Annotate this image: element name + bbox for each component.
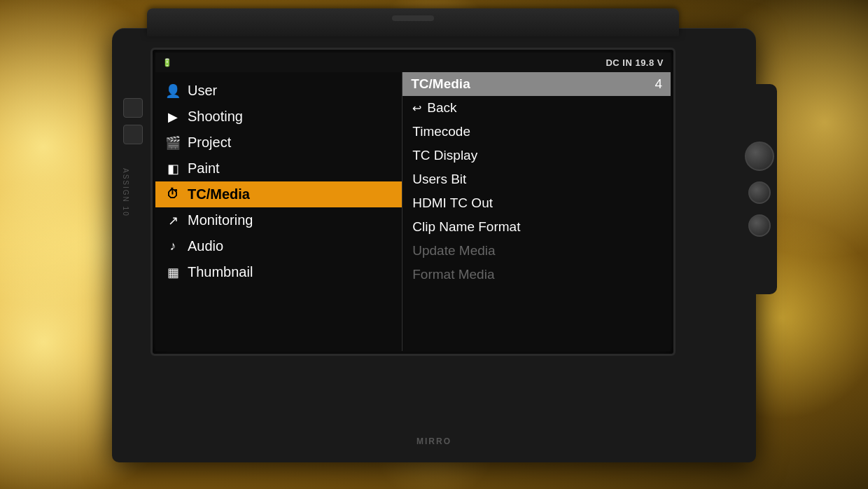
submenu-item-update-media[interactable]: Update Media xyxy=(402,239,671,263)
menu-item-project[interactable]: 🎬 Project xyxy=(155,130,402,156)
submenu-header-title: TC/Media xyxy=(411,76,470,92)
menu-item-thumbnail[interactable]: ▦ Thumbnail xyxy=(155,259,402,285)
submenu-item-clip-name-format-label: Clip Name Format xyxy=(412,219,520,235)
battery-icon: 🔋 xyxy=(162,58,172,67)
shooting-icon: ▶ xyxy=(165,109,181,125)
secondary-knob[interactable] xyxy=(748,181,771,204)
camera-bottom: MIRRO xyxy=(150,420,718,462)
user-icon: 👤 xyxy=(165,83,181,99)
submenu-item-tc-display-label: TC Display xyxy=(412,148,477,163)
menu-item-shooting-label: Shooting xyxy=(188,109,243,125)
left-control-btn-1[interactable] xyxy=(123,98,143,118)
menu-item-audio-label: Audio xyxy=(188,238,223,254)
left-control-btn-2[interactable] xyxy=(123,125,143,144)
paint-icon: ◧ xyxy=(165,161,181,177)
menu-item-monitoring-label: Monitoring xyxy=(188,212,253,228)
back-icon: ↩ xyxy=(412,102,421,115)
thumbnail-icon: ▦ xyxy=(165,265,181,280)
submenu-item-users-bit[interactable]: Users Bit xyxy=(402,167,671,191)
project-icon: 🎬 xyxy=(165,135,181,151)
submenu-item-hdmi-tc-out-label: HDMI TC Out xyxy=(412,195,493,211)
camera-body: 🔋 DC IN 19.8 V 👤 User ▶ Shooting xyxy=(112,28,756,462)
camera-left-controls xyxy=(119,98,147,144)
tc-media-icon: ⏱ xyxy=(165,187,181,202)
menu-item-tc-media[interactable]: ⏱ TC/Media xyxy=(155,181,402,207)
menu-item-shooting[interactable]: ▶ Shooting xyxy=(155,104,402,130)
menu-item-paint-label: Paint xyxy=(188,160,220,177)
lcd-frame: 🔋 DC IN 19.8 V 👤 User ▶ Shooting xyxy=(150,48,676,356)
submenu-item-back-label: Back xyxy=(427,100,456,116)
menu-item-paint[interactable]: ◧ Paint xyxy=(155,156,402,181)
menu-item-tc-media-label: TC/Media xyxy=(188,186,250,202)
audio-icon: ♪ xyxy=(165,239,181,254)
submenu-item-hdmi-tc-out[interactable]: HDMI TC Out xyxy=(402,191,671,215)
menu-item-user-label: User xyxy=(188,83,217,99)
right-submenu-panel: TC/Media 4 ↩ Back Timecode TC Display xyxy=(402,72,671,351)
submenu-item-format-media-label: Format Media xyxy=(412,267,494,282)
submenu-item-timecode[interactable]: Timecode xyxy=(402,120,671,144)
tertiary-knob[interactable] xyxy=(748,214,771,237)
camera-brand-label: MIRRO xyxy=(416,436,451,446)
submenu-item-tc-display[interactable]: TC Display xyxy=(402,144,671,167)
menu-item-audio[interactable]: ♪ Audio xyxy=(155,233,402,259)
menu-item-thumbnail-label: Thumbnail xyxy=(188,264,253,280)
submenu-item-update-media-label: Update Media xyxy=(412,243,495,259)
status-bar: 🔋 DC IN 19.8 V xyxy=(155,53,671,72)
menu-item-monitoring[interactable]: ↗ Monitoring xyxy=(155,207,402,233)
submenu-item-back[interactable]: ↩ Back xyxy=(402,96,671,120)
assign-label: ASSIGN 10 xyxy=(122,168,130,217)
submenu-item-format-media[interactable]: Format Media xyxy=(402,263,671,287)
monitoring-icon: ↗ xyxy=(165,213,181,228)
submenu-header-number: 4 xyxy=(654,76,662,92)
main-knob[interactable] xyxy=(745,142,774,171)
menu-item-user[interactable]: 👤 User xyxy=(155,78,402,104)
submenu-item-users-bit-label: Users Bit xyxy=(412,172,466,187)
menu-area: 👤 User ▶ Shooting 🎬 Project ◧ Paint xyxy=(155,72,671,351)
dc-voltage: DC IN 19.8 V xyxy=(606,57,664,68)
submenu-item-clip-name-format[interactable]: Clip Name Format xyxy=(402,215,671,239)
lcd-lid xyxy=(147,8,679,36)
menu-item-project-label: Project xyxy=(188,135,231,151)
submenu-item-timecode-label: Timecode xyxy=(412,124,470,139)
left-menu-panel: 👤 User ▶ Shooting 🎬 Project ◧ Paint xyxy=(155,72,402,351)
lcd-screen: 🔋 DC IN 19.8 V 👤 User ▶ Shooting xyxy=(155,53,671,351)
camera-right-controls xyxy=(742,84,777,294)
submenu-header: TC/Media 4 xyxy=(402,72,671,96)
